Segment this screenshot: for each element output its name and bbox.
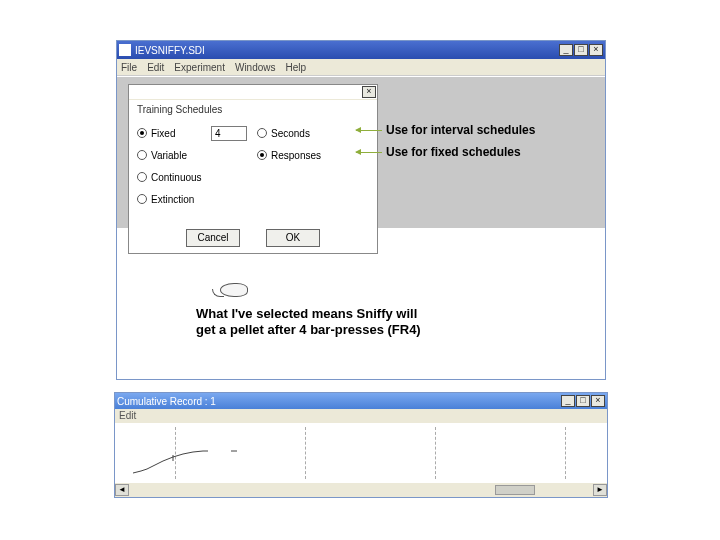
main-titlebar: IEVSNIFFY.SDI _ □ × xyxy=(117,41,605,59)
minimize-button[interactable]: _ xyxy=(559,44,573,56)
caption-text: What I've selected means Sniffy will get… xyxy=(196,306,426,339)
annotation-interval-text: Use for interval schedules xyxy=(386,123,535,137)
annotation-fixed-text: Use for fixed schedules xyxy=(386,145,521,159)
cumulative-line xyxy=(133,443,243,475)
label-variable: Variable xyxy=(151,150,187,161)
close-button[interactable]: × xyxy=(589,44,603,56)
menu-edit[interactable]: Edit xyxy=(147,62,164,73)
cum-titlebar: Cumulative Record : 1 _ □ × xyxy=(115,393,607,409)
scroll-right-button[interactable]: ► xyxy=(593,484,607,496)
sniffy-rat xyxy=(212,277,262,303)
label-extinction: Extinction xyxy=(151,194,194,205)
scroll-left-button[interactable]: ◄ xyxy=(115,484,129,496)
cumulative-chart xyxy=(115,423,607,483)
training-schedules-dialog: × Training Schedules Fixed Seconds Varia… xyxy=(128,84,378,254)
radio-fixed[interactable] xyxy=(137,128,147,138)
arrow-icon xyxy=(356,152,382,153)
dialog-title: Training Schedules xyxy=(137,104,369,115)
app-icon xyxy=(119,44,131,56)
maximize-button[interactable]: □ xyxy=(574,44,588,56)
menu-experiment[interactable]: Experiment xyxy=(174,62,225,73)
label-fixed: Fixed xyxy=(151,128,175,139)
menu-help[interactable]: Help xyxy=(286,62,307,73)
main-title: IEVSNIFFY.SDI xyxy=(135,45,205,56)
radio-extinction[interactable] xyxy=(137,194,147,204)
label-seconds: Seconds xyxy=(271,128,310,139)
ok-button[interactable]: OK xyxy=(266,229,320,247)
label-responses: Responses xyxy=(271,150,321,161)
cum-minimize-button[interactable]: _ xyxy=(561,395,575,407)
cum-close-button[interactable]: × xyxy=(591,395,605,407)
annotation-interval: Use for interval schedules xyxy=(356,123,535,137)
chart-divider xyxy=(435,427,436,479)
menubar: File Edit Experiment Windows Help xyxy=(117,59,605,76)
label-continuous: Continuous xyxy=(151,172,202,183)
cum-maximize-button[interactable]: □ xyxy=(576,395,590,407)
cancel-button[interactable]: Cancel xyxy=(186,229,240,247)
menu-file[interactable]: File xyxy=(121,62,137,73)
arrow-icon xyxy=(356,130,382,131)
horizontal-scrollbar[interactable]: ◄ ► xyxy=(115,483,607,497)
chart-divider xyxy=(565,427,566,479)
annotation-fixed: Use for fixed schedules xyxy=(356,145,521,159)
radio-responses[interactable] xyxy=(257,150,267,160)
radio-continuous[interactable] xyxy=(137,172,147,182)
cumulative-record-window: Cumulative Record : 1 _ □ × Edit ◄ ► xyxy=(114,392,608,498)
dialog-close-button[interactable]: × xyxy=(362,86,376,98)
radio-seconds[interactable] xyxy=(257,128,267,138)
cum-title-text: Cumulative Record : 1 xyxy=(117,396,216,407)
menu-windows[interactable]: Windows xyxy=(235,62,276,73)
scroll-thumb[interactable] xyxy=(495,485,535,495)
cum-menu-edit[interactable]: Edit xyxy=(115,409,607,423)
radio-variable[interactable] xyxy=(137,150,147,160)
chart-divider xyxy=(305,427,306,479)
schedule-value-input[interactable] xyxy=(211,126,247,141)
